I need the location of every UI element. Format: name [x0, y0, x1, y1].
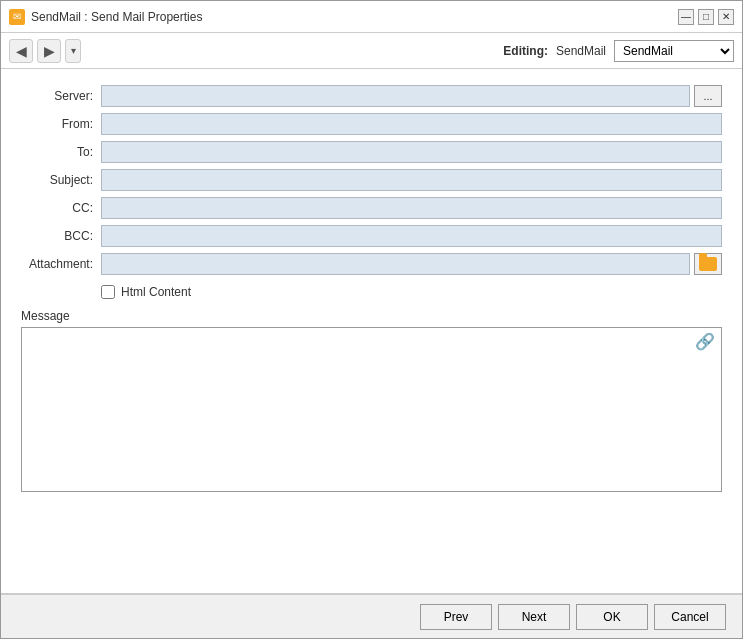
cc-input[interactable] — [101, 197, 722, 219]
main-window: ✉ SendMail : Send Mail Properties — □ ✕ … — [0, 0, 743, 639]
back-button[interactable]: ◀ — [9, 39, 33, 63]
toolbar-nav: ◀ ▶ ▾ — [9, 39, 81, 63]
close-button[interactable]: ✕ — [718, 9, 734, 25]
html-content-row: Html Content — [21, 285, 722, 299]
next-button[interactable]: Next — [498, 604, 570, 630]
folder-icon — [699, 257, 717, 271]
message-label: Message — [21, 309, 722, 323]
toolbar: ◀ ▶ ▾ Editing: SendMail SendMail — [1, 33, 742, 69]
form-content: Server: ... From: To: Subject: — [1, 69, 742, 594]
to-row: To: — [21, 141, 722, 163]
subject-input-wrap — [101, 169, 722, 191]
title-bar-left: ✉ SendMail : Send Mail Properties — [9, 9, 202, 25]
from-label: From: — [21, 117, 101, 131]
message-area-wrap: 🔗 — [21, 327, 722, 492]
to-input-wrap — [101, 141, 722, 163]
prev-button[interactable]: Prev — [420, 604, 492, 630]
editing-value: SendMail — [556, 44, 606, 58]
attachment-input-wrap — [101, 253, 722, 275]
bcc-input[interactable] — [101, 225, 722, 247]
to-label: To: — [21, 145, 101, 159]
html-content-label[interactable]: Html Content — [121, 285, 191, 299]
ok-button[interactable]: OK — [576, 604, 648, 630]
minimize-button[interactable]: — — [678, 9, 694, 25]
bcc-label: BCC: — [21, 229, 101, 243]
message-section: Message 🔗 — [21, 309, 722, 492]
cancel-button[interactable]: Cancel — [654, 604, 726, 630]
title-controls: — □ ✕ — [678, 9, 734, 25]
message-link-icon[interactable]: 🔗 — [695, 332, 715, 351]
attachment-input[interactable] — [101, 253, 690, 275]
bcc-input-wrap — [101, 225, 722, 247]
server-label: Server: — [21, 89, 101, 103]
from-row: From: — [21, 113, 722, 135]
cc-row: CC: — [21, 197, 722, 219]
maximize-button[interactable]: □ — [698, 9, 714, 25]
cc-input-wrap — [101, 197, 722, 219]
subject-input[interactable] — [101, 169, 722, 191]
window-title: SendMail : Send Mail Properties — [31, 10, 202, 24]
from-input[interactable] — [101, 113, 722, 135]
server-row: Server: ... — [21, 85, 722, 107]
app-icon: ✉ — [9, 9, 25, 25]
to-input[interactable] — [101, 141, 722, 163]
html-content-checkbox[interactable] — [101, 285, 115, 299]
subject-row: Subject: — [21, 169, 722, 191]
editing-dropdown[interactable]: SendMail — [614, 40, 734, 62]
nav-dropdown-button[interactable]: ▾ — [65, 39, 81, 63]
bcc-row: BCC: — [21, 225, 722, 247]
cc-label: CC: — [21, 201, 101, 215]
server-input-wrap: ... — [101, 85, 722, 107]
subject-label: Subject: — [21, 173, 101, 187]
from-input-wrap — [101, 113, 722, 135]
footer: Prev Next OK Cancel — [1, 594, 742, 638]
attachment-browse-button[interactable] — [694, 253, 722, 275]
attachment-row: Attachment: — [21, 253, 722, 275]
title-bar: ✉ SendMail : Send Mail Properties — □ ✕ — [1, 1, 742, 33]
server-input[interactable] — [101, 85, 690, 107]
toolbar-editing: Editing: SendMail SendMail — [503, 40, 734, 62]
forward-button[interactable]: ▶ — [37, 39, 61, 63]
server-browse-button[interactable]: ... — [694, 85, 722, 107]
attachment-label: Attachment: — [21, 257, 101, 271]
editing-label: Editing: — [503, 44, 548, 58]
message-textarea[interactable] — [22, 328, 721, 488]
